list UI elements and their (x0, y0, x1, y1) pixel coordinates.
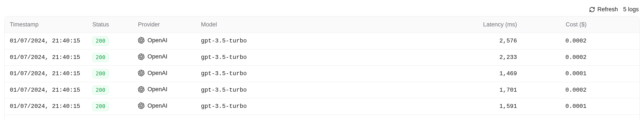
provider-name: OpenAI (148, 53, 168, 60)
cell-status: 200 (87, 98, 133, 115)
cell-status: 200 (87, 82, 133, 98)
cell-cost: 0.0002 (522, 33, 592, 49)
header-timestamp[interactable]: Timestamp (4, 16, 87, 33)
status-badge: 200 (92, 86, 109, 95)
status-badge: 200 (92, 69, 109, 78)
log-count: 5 logs (623, 6, 639, 13)
cell-status: 200 (87, 49, 133, 66)
header-model[interactable]: Model (196, 16, 453, 33)
cell-provider: OpenAI (133, 66, 196, 82)
openai-icon (138, 86, 144, 93)
cell-latency: 1,701 (453, 82, 522, 98)
header-latency[interactable]: Latency (ms) (453, 16, 522, 33)
toolbar: Refresh 5 logs (4, 4, 640, 16)
status-badge: 200 (92, 36, 109, 46)
logs-table-container: Timestamp Status Provider Model Latency … (4, 16, 640, 120)
cell-timestamp: 01/07/2024, 21:40:15 (4, 33, 87, 49)
cell-latency: 1,591 (453, 98, 522, 115)
cell-spacer (592, 82, 640, 98)
cell-timestamp: 01/07/2024, 21:40:15 (4, 82, 87, 98)
table-header: Timestamp Status Provider Model Latency … (4, 16, 640, 33)
table-row[interactable]: 01/07/2024, 21:40:15 200 OpenAI gpt-3.5-… (4, 82, 640, 98)
openai-icon (138, 103, 144, 109)
cell-status: 200 (87, 33, 133, 49)
provider-name: OpenAI (148, 37, 168, 44)
cell-spacer (592, 49, 640, 66)
cell-spacer (592, 66, 640, 82)
table-row[interactable]: 01/07/2024, 21:40:15 200 OpenAI gpt-3.5-… (4, 66, 640, 82)
openai-icon (138, 37, 144, 44)
cell-cost: 0.0002 (522, 82, 592, 98)
cell-model: gpt-3.5-turbo (196, 98, 453, 115)
status-badge: 200 (92, 53, 109, 62)
table-row[interactable]: 01/07/2024, 21:40:15 200 OpenAI gpt-3.5-… (4, 98, 640, 115)
cell-spacer (592, 33, 640, 49)
provider-name: OpenAI (148, 86, 168, 93)
header-spacer (592, 16, 640, 33)
table-row[interactable]: 01/07/2024, 21:40:15 200 OpenAI gpt-3.5-… (4, 33, 640, 49)
provider-name: OpenAI (148, 103, 168, 109)
cell-timestamp: 01/07/2024, 21:40:15 (4, 98, 87, 115)
cell-model: gpt-3.5-turbo (196, 66, 453, 82)
provider-name: OpenAI (148, 70, 168, 76)
openai-icon (138, 53, 144, 60)
cell-cost: 0.0001 (522, 98, 592, 115)
cell-spacer (592, 98, 640, 115)
cell-provider: OpenAI (133, 33, 196, 49)
table-row[interactable]: 01/07/2024, 21:40:15 200 OpenAI gpt-3.5-… (4, 49, 640, 66)
cell-latency: 1,469 (453, 66, 522, 82)
refresh-label: Refresh (597, 6, 618, 13)
cell-model: gpt-3.5-turbo (196, 49, 453, 66)
openai-icon (138, 70, 144, 76)
cell-provider: OpenAI (133, 98, 196, 115)
cell-cost: 0.0001 (522, 66, 592, 82)
refresh-button[interactable]: Refresh (589, 6, 618, 13)
table-body: 01/07/2024, 21:40:15 200 OpenAI gpt-3.5-… (4, 33, 640, 120)
cell-status: 200 (87, 66, 133, 82)
cell-latency: 2,233 (453, 49, 522, 66)
header-cost[interactable]: Cost ($) (522, 16, 592, 33)
status-badge: 200 (92, 102, 109, 111)
cell-latency: 2,576 (453, 33, 522, 49)
logs-table: Timestamp Status Provider Model Latency … (4, 16, 640, 120)
empty-row (4, 115, 640, 120)
cell-provider: OpenAI (133, 49, 196, 66)
refresh-icon (589, 6, 595, 12)
cell-model: gpt-3.5-turbo (196, 82, 453, 98)
cell-timestamp: 01/07/2024, 21:40:15 (4, 66, 87, 82)
cell-cost: 0.0002 (522, 49, 592, 66)
header-status[interactable]: Status (87, 16, 133, 33)
cell-provider: OpenAI (133, 82, 196, 98)
cell-model: gpt-3.5-turbo (196, 33, 453, 49)
cell-timestamp: 01/07/2024, 21:40:15 (4, 49, 87, 66)
header-provider[interactable]: Provider (133, 16, 196, 33)
